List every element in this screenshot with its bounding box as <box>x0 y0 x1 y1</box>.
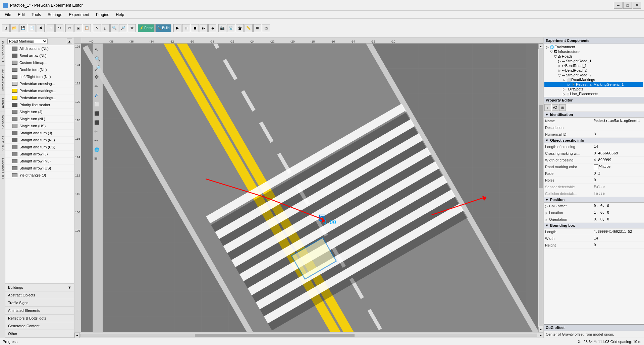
tb-measure[interactable]: 📏 <box>245 24 253 32</box>
tb-select[interactable]: ↖ <box>93 24 101 32</box>
tb-stop[interactable]: ⏹ <box>191 24 199 32</box>
hscroll-left-button[interactable]: ◄ <box>74 333 80 338</box>
rm-ped-markings2[interactable]: Pedestrian markings... <box>5 94 74 101</box>
rm-single-turn-j[interactable]: Single turn (J) <box>5 109 74 116</box>
prop-section-identification[interactable]: ▼ Identification <box>544 112 644 118</box>
tb-zoom-out[interactable]: 🔎 <box>119 24 127 32</box>
menu-edit[interactable]: Edit <box>14 12 28 18</box>
menu-settings[interactable]: Settings <box>44 12 65 18</box>
rm-straight-turn-us[interactable]: Straight and turn (US) <box>5 144 74 151</box>
vscroll-thumb[interactable] <box>539 105 543 188</box>
rm-custom-bitmap[interactable]: Custom bitmap... <box>5 59 74 66</box>
tb-build[interactable]: 🔨 Build <box>155 24 171 32</box>
prop-orientation[interactable]: ▷Orientation 0, 0, 0 <box>544 216 644 223</box>
tb-sensor[interactable]: 📡 <box>227 24 235 32</box>
tree-straight-road-1[interactable]: ▷ — StraightRoad_1 <box>544 59 643 63</box>
vscroll-up-button[interactable]: ▲ <box>538 44 544 49</box>
rm-single-turn-us[interactable]: Single turn (US) <box>5 123 74 130</box>
prop-table-btn[interactable]: ⊞ <box>559 104 566 111</box>
rm-yield-triangle[interactable]: Yield triangle (J) <box>5 172 74 179</box>
tb-parse[interactable]: ⚡ Parse <box>138 24 155 32</box>
cat-generated[interactable]: Generated Content <box>5 322 74 330</box>
vertical-scrollbar[interactable]: ▲ ▼ <box>538 44 543 332</box>
menu-file[interactable]: File <box>1 12 14 18</box>
tree-road-markings[interactable]: ▽ ⬜ RoadMarkings <box>544 77 643 82</box>
tb-step[interactable]: ⏭ <box>200 24 208 32</box>
menu-experiment[interactable]: Experiment <box>65 12 93 18</box>
rm-single-turn-nl[interactable]: Single turn (NL) <box>5 116 74 123</box>
cat-animated[interactable]: Animated Elements <box>5 307 74 315</box>
menu-tools[interactable]: Tools <box>28 12 44 18</box>
tb-rewind[interactable]: ⏮ <box>208 24 216 32</box>
tb-close[interactable]: ✖ <box>37 24 45 32</box>
rm-straight-arrow-us[interactable]: Straight arrow (US) <box>5 165 74 172</box>
tree-environment[interactable]: ▷ 🌐 Environment <box>544 45 643 49</box>
rm-straight-turn-j[interactable]: Straight and turn (J) <box>5 130 74 137</box>
vtab-actors[interactable]: Actors <box>0 94 5 112</box>
rm-all-directions[interactable]: All directions (NL) <box>5 45 74 52</box>
close-button[interactable]: ✕ <box>633 2 641 9</box>
vtab-environment[interactable]: Environment <box>0 38 5 65</box>
tb-pan[interactable]: ✥ <box>128 24 136 32</box>
maximize-button[interactable]: □ <box>623 2 632 9</box>
rm-ped-crossing[interactable]: Pedestrian crossing... <box>5 80 74 87</box>
tree-line-placements[interactable]: ▷ ⊞ Line_Placements <box>544 91 643 96</box>
tb-play[interactable]: ▶ <box>173 24 181 32</box>
rm-double-turn[interactable]: Double turn (NL) <box>5 66 74 73</box>
rm-ped-markings1[interactable]: Pedestrian markings... <box>5 87 74 94</box>
vscroll-track[interactable] <box>539 50 543 326</box>
cat-reflectors[interactable]: Reflectors & Botts' dots <box>5 315 74 322</box>
category-scroll-up[interactable]: ▲ <box>67 39 72 44</box>
prop-location[interactable]: ▷Location 1, 0, 0 <box>544 209 644 216</box>
tree-infrastructure[interactable]: ▽ 🏗 Infrastructure <box>544 49 643 54</box>
hscroll-track[interactable] <box>80 334 537 337</box>
tree-straight-road-2[interactable]: ▽ — StraightRoad_2 <box>544 73 643 77</box>
vscroll-down-button[interactable]: ▼ <box>538 327 544 332</box>
tb-open[interactable]: 📂 <box>10 24 18 32</box>
tb-undo[interactable]: ↩ <box>47 24 55 32</box>
rm-lr-turn[interactable]: Left/Right turn (NL) <box>5 73 74 80</box>
rm-priority-line[interactable]: Priority line marker <box>5 101 74 109</box>
rm-straight-arrow-j[interactable]: Straight arrow (J) <box>5 151 74 158</box>
cat-traffic-signs[interactable]: Traffic Signs <box>5 299 74 307</box>
tree-dirt-spots[interactable]: ▷ · DirtSpots <box>544 87 643 91</box>
color-swatch-white[interactable] <box>594 164 598 169</box>
prop-section-object-specific[interactable]: ▼ Object specific info <box>544 138 644 143</box>
tb-pause[interactable]: ⏸ <box>182 24 190 32</box>
tb-copy[interactable]: ⎘ <box>74 24 82 32</box>
tree-ped-marking-generic-1[interactable]: ▷ 🚶 PedestrianMarkingGeneric_1 <box>544 82 643 87</box>
tb-layer[interactable]: 🗂 <box>262 24 270 32</box>
rm-bend-arrow[interactable]: Bend arrow (NL) <box>5 52 74 59</box>
prop-sort-btn[interactable]: ↕ <box>544 104 551 111</box>
vtab-infrastructure[interactable]: Infrastructure <box>0 65 5 94</box>
tb-save[interactable]: 💾 <box>19 24 27 32</box>
tb-road[interactable]: 🛣 <box>236 24 244 32</box>
rm-straight-turn-nl[interactable]: Straight and turn (NL) <box>5 137 74 144</box>
tb-camera[interactable]: 📷 <box>218 24 226 32</box>
prop-section-bounding-box[interactable]: ▼ Bounding box <box>544 223 644 228</box>
prop-section-position[interactable]: ▼ Position <box>544 197 644 203</box>
cat-buildings[interactable]: Buildings ▼ <box>5 284 74 291</box>
hscroll-right-button[interactable]: ► <box>538 333 543 338</box>
cat-other[interactable]: Other <box>5 330 74 338</box>
vtab-ul-elements[interactable]: UL Elements <box>0 154 5 182</box>
horizontal-scrollbar[interactable]: ◄ ► <box>74 332 543 338</box>
minimize-button[interactable]: ─ <box>614 2 623 9</box>
vtab-visu-aids[interactable]: Visu Aids <box>0 132 5 154</box>
viewport-scene[interactable]: 0.00 ↖ 🔍 🔎 ✥ <box>81 44 538 332</box>
vtab-sensors[interactable]: Sensors <box>0 112 5 132</box>
tb-saveas[interactable]: 📄 <box>28 24 36 32</box>
tb-cut[interactable]: ✂ <box>65 24 73 32</box>
tb-new[interactable]: 🗋 <box>2 24 10 32</box>
menu-help[interactable]: Help <box>112 12 127 18</box>
tb-zoom-in[interactable]: 🔍 <box>110 24 118 32</box>
prop-az-btn[interactable]: AZ <box>552 104 558 111</box>
tree-bend-road-2[interactable]: ▷ ↩ BendRoad_2 <box>544 68 643 73</box>
tb-grid[interactable]: ⊞ <box>253 24 261 32</box>
category-select[interactable]: Road Segments Road Markings <box>7 39 48 44</box>
tb-paste[interactable]: 📋 <box>83 24 91 32</box>
cat-abstract[interactable]: Abstract Objects <box>5 291 74 299</box>
tb-zoom-region[interactable]: ⬚ <box>102 24 110 32</box>
menu-plugins[interactable]: Plugins <box>93 12 112 18</box>
tb-redo[interactable]: ↪ <box>55 24 63 32</box>
